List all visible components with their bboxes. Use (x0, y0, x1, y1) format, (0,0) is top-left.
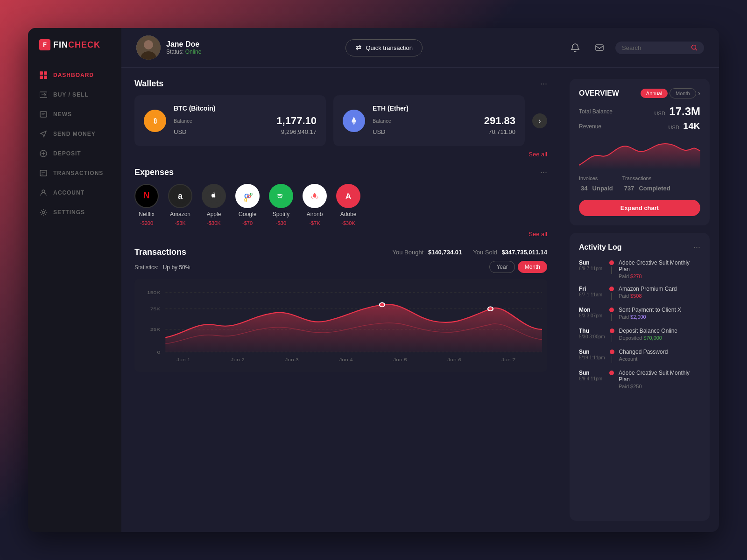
status-online: Online (185, 49, 202, 55)
eth-balance: 291.83 (484, 115, 515, 127)
expenses-see-all[interactable]: See all (529, 231, 547, 238)
avatar (136, 35, 161, 60)
svg-text:Jun 7: Jun 7 (501, 357, 515, 363)
overview-metrics: Invoices 34 Unpaid Transactions 737 Comp… (579, 175, 700, 193)
sidebar-label-deposit: DEPOSIT (53, 150, 81, 157)
sidebar-item-dashboard[interactable]: DASHBOARD (28, 65, 121, 85)
activity-log-menu[interactable]: ··· (693, 242, 700, 252)
svg-point-49 (488, 307, 493, 311)
svg-text:N: N (144, 191, 150, 200)
expense-adobe[interactable]: Adobe -$30K (336, 184, 360, 226)
expense-amazon[interactable]: a Amazon -$3K (168, 184, 192, 226)
tab-month[interactable]: Month (669, 88, 696, 98)
expenses-header: Expenses ··· (134, 168, 547, 177)
wallets-grid: ₿ BTC (Bitcoin) Balance 1,177.10 USD (134, 95, 547, 146)
activity-dot (609, 308, 614, 312)
overview-mini-chart (579, 137, 700, 170)
expense-google[interactable]: Goog Google -$70 (235, 184, 260, 226)
svg-rect-11 (40, 170, 47, 176)
sidebar-item-transactions[interactable]: TRANSACTIONS (28, 163, 121, 183)
notification-button[interactable] (567, 39, 584, 56)
expand-chart-button[interactable]: Expand chart (579, 200, 700, 216)
btc-details: BTC (Bitcoin) Balance 1,177.10 USD 9,296… (174, 105, 317, 137)
activity-item: Sun 6/9 4:11pm Adobe Creative Suit Mo (579, 370, 700, 389)
wallet-next-button[interactable]: › (532, 113, 547, 128)
send-money-icon (39, 130, 48, 138)
quick-transaction-button[interactable]: Quick transaction (345, 39, 422, 56)
user-status: Status: Online (166, 49, 201, 55)
expense-spotify[interactable]: Spotify -$30 (269, 184, 293, 226)
sidebar-item-settings[interactable]: SETTINGS (28, 203, 121, 222)
svg-point-14 (42, 190, 45, 193)
svg-point-21 (691, 45, 696, 49)
chart-svg: 150K 75K 25K 0 (134, 284, 547, 366)
sidebar-item-account[interactable]: ACCOUNT (28, 183, 121, 203)
logo: ₣ FINCHECK (28, 39, 121, 65)
sidebar-label-news: NEWS (53, 111, 72, 118)
invoices-metric: Invoices 34 Unpaid (579, 175, 613, 193)
svg-text:₿: ₿ (154, 117, 157, 125)
news-icon (39, 110, 48, 119)
svg-rect-5 (40, 112, 47, 117)
btc-icon: ₿ (144, 110, 166, 132)
sidebar-item-deposit[interactable]: DEPOSIT (28, 144, 121, 163)
overview-nav[interactable]: › (698, 89, 700, 98)
sidebar-item-news[interactable]: NEWS (28, 105, 121, 124)
right-panel: OVERVIEW Annual Month › Total Balance US… (560, 68, 719, 532)
month-toggle[interactable]: Month (518, 261, 547, 273)
btc-usd: 9,296,940.17 (281, 128, 317, 135)
sidebar-label-buy-sell: BUY / SELL (53, 91, 89, 98)
btc-name: BTC (Bitcoin) (174, 105, 317, 112)
expense-netflix[interactable]: N Netflix -$200 (134, 184, 159, 226)
wallets-title: Wallets (134, 79, 163, 89)
year-toggle[interactable]: Year (489, 261, 514, 273)
settings-icon (39, 208, 48, 217)
btc-balance: 1,177.10 (276, 115, 317, 127)
eth-usd: 70,711.00 (488, 128, 515, 135)
activity-item: Sun 5/19 1:11pm Chan (579, 349, 700, 363)
amazon-icon: a (168, 184, 192, 208)
svg-text:Jun 5: Jun 5 (393, 357, 407, 363)
wallets-see-all[interactable]: See all (529, 151, 547, 158)
logo-text: FINCHECK (53, 40, 100, 50)
svg-rect-0 (40, 71, 43, 75)
left-panel: Wallets ··· ₿ BTC (Bitcoin) (121, 68, 560, 532)
google-icon: Goog (235, 184, 260, 208)
activity-dot (609, 260, 614, 265)
logo-check: CHECK (68, 40, 100, 49)
wallets-menu[interactable]: ··· (540, 79, 547, 89)
svg-point-48 (380, 303, 385, 307)
wallet-eth: ETH (Ether) Balance 291.83 USD 70,711.00 (333, 95, 525, 146)
svg-rect-20 (596, 45, 603, 50)
you-bought-value: $140,734.01 (428, 249, 462, 256)
user-name: Jane Doe (166, 40, 201, 49)
dashboard-icon (39, 71, 48, 79)
transactions-icon (39, 169, 48, 177)
transactions-header: Transactions You Bought $140,734.01 You … (134, 247, 547, 257)
expenses-menu[interactable]: ··· (540, 168, 547, 177)
header: Jane Doe Status: Online Quick transactio… (121, 28, 719, 68)
svg-text:a: a (178, 191, 183, 201)
search-input[interactable] (622, 44, 687, 51)
expenses-title: Expenses (134, 168, 174, 177)
logo-fin: FIN (53, 40, 68, 49)
spotify-icon (269, 184, 293, 208)
mail-button[interactable] (591, 39, 608, 56)
sidebar-item-send-money[interactable]: SEND MONEY (28, 124, 121, 144)
overview-tabs: Annual Month › (641, 88, 700, 98)
svg-text:Jun 3: Jun 3 (285, 357, 299, 363)
sidebar-item-buy-sell[interactable]: BUY / SELL (28, 85, 121, 105)
svg-point-39 (341, 189, 355, 203)
trans-amounts: You Bought $140,734.01 You Sold $347,735… (393, 249, 548, 256)
svg-point-15 (42, 211, 45, 214)
sidebar-label-transactions: TRANSACTIONS (53, 170, 103, 176)
activity-dot (609, 371, 614, 375)
expense-apple[interactable]: Apple -$30K (202, 184, 226, 226)
expense-airbnb[interactable]: Airbnb -$7K (303, 184, 327, 226)
total-balance-row: Total Balance USD 17.3M (579, 105, 700, 118)
tab-annual[interactable]: Annual (641, 89, 668, 98)
account-icon (39, 189, 48, 197)
user-details: Jane Doe Status: Online (166, 40, 201, 55)
overview-title: OVERVIEW (579, 89, 619, 98)
activity-dot (610, 350, 614, 354)
